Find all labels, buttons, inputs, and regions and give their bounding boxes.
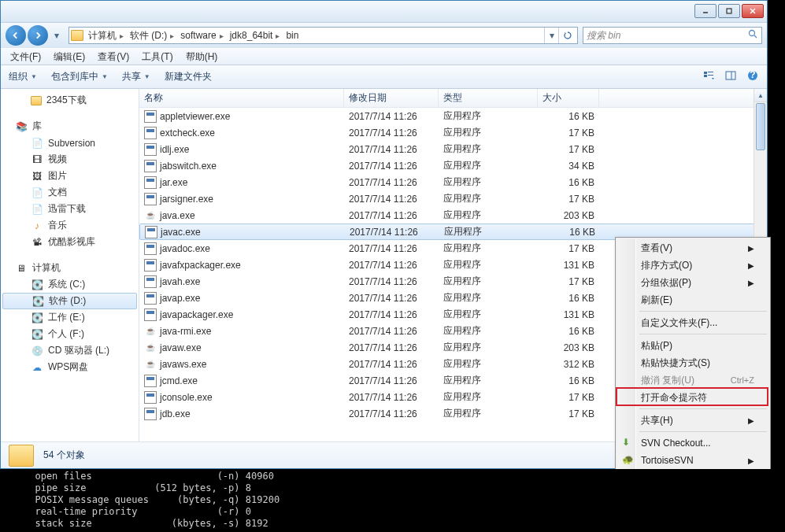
toolbar-organize[interactable]: 组织 ▼ [9,70,37,83]
context-menu-item[interactable]: ⬇SVN Checkout... [617,434,768,452]
exe-icon [144,308,157,321]
sidebar-item-documents[interactable]: 📄文档 [1,184,139,201]
view-options-button[interactable] [702,69,715,84]
java-icon: ☕ [144,325,157,338]
refresh-button[interactable] [558,28,576,43]
sidebar-item-wps[interactable]: ☁WPS网盘 [1,359,139,375]
file-size: 16 KB [538,111,599,122]
help-button[interactable]: ? [746,69,759,84]
breadcrumb[interactable]: bin [284,30,300,41]
sidebar-item-computer[interactable]: 🖥计算机 [1,260,139,276]
file-name: javapackager.exe [139,308,344,321]
address-dropdown[interactable]: ▾ [544,28,558,43]
context-menu-item[interactable]: 共享(H)▶ [617,412,768,429]
file-size: 17 KB [538,144,599,155]
folder-icon [71,30,83,41]
file-name: javadoc.exe [139,242,344,255]
video-icon: 🎞 [31,153,43,166]
scroll-up[interactable]: ▲ [754,89,767,102]
context-menu-item[interactable]: 排序方式(O)▶ [617,257,768,274]
toolbar-share[interactable]: 共享 ▼ [122,70,150,83]
history-dropdown[interactable]: ▾ [50,28,64,42]
sidebar-item-music[interactable]: ♪音乐 [1,217,139,234]
submenu-arrow-icon: ▶ [748,244,754,253]
file-type: 应用程序 [439,357,538,371]
sidebar-item-drive-f[interactable]: 💽个人 (F:) [1,326,139,342]
file-size: 17 KB [538,243,599,254]
submenu-arrow-icon: ▶ [748,261,754,270]
address-bar[interactable]: 计算机▸ 软件 (D:)▸ software▸ jdk8_64bit▸ bin … [69,27,578,44]
breadcrumb[interactable]: 计算机▸ [87,29,128,42]
file-size: 17 KB [538,392,599,403]
menu-file[interactable]: 文件(F) [4,49,47,65]
context-menu-separator [639,311,767,312]
sidebar-item-drive-e[interactable]: 💽工作 (E:) [1,309,139,326]
file-row[interactable]: jabswitch.exe2017/7/14 11:26应用程序34 KB [139,157,767,174]
file-row[interactable]: idlj.exe2017/7/14 11:26应用程序17 KB [139,141,767,157]
context-menu-item[interactable]: 粘贴快捷方式(S) [617,354,768,371]
context-menu-separator [639,431,767,432]
minimize-button[interactable] [694,4,716,18]
maximize-button[interactable] [718,4,740,18]
context-menu-item[interactable]: 粘贴(P) [617,337,768,354]
sidebar-item-drive-c[interactable]: 💽系统 (C:) [1,276,139,293]
sidebar-item-2345[interactable]: 2345下载 [1,92,139,109]
drive-icon: 💽 [31,279,43,291]
file-type: 应用程序 [439,324,538,338]
sidebar-item-pictures[interactable]: 🖼图片 [1,168,139,184]
menu-view[interactable]: 查看(V) [91,49,135,65]
context-menu-item[interactable]: 自定义文件夹(F)... [617,314,768,331]
preview-pane-button[interactable] [724,69,737,84]
search-input[interactable]: 搜索 bin [583,27,762,44]
context-menu-item[interactable]: 分组依据(P)▶ [617,274,768,291]
file-name: javah.exe [139,275,344,288]
breadcrumb[interactable]: software▸ [179,30,228,41]
context-menu-item[interactable]: 🐢TortoiseSVN▶ [617,452,768,469]
breadcrumb[interactable]: 软件 (D:)▸ [128,29,179,42]
toolbar-include[interactable]: 包含到库中 ▼ [51,70,108,83]
col-name[interactable]: 名称 [139,89,344,107]
breadcrumb[interactable]: jdk8_64bit▸ [228,30,285,41]
sidebar-item-drive-cd[interactable]: 💿CD 驱动器 (L:) [1,342,139,359]
file-size: 16 KB [538,326,599,337]
file-name: jar.exe [139,176,344,189]
context-menu-item[interactable]: 刷新(E) [617,291,768,308]
menu-edit[interactable]: 编辑(E) [47,49,91,65]
context-menu-item[interactable]: 查看(V)▶ [617,239,768,257]
toolbar-newfolder[interactable]: 新建文件夹 [165,70,212,83]
sidebar-item-drive-d[interactable]: 💽软件 (D:) [2,293,137,309]
forward-button[interactable] [28,25,48,46]
sidebar-item-videos[interactable]: 🎞视频 [1,151,139,168]
file-name: jabswitch.exe [139,160,344,172]
file-row[interactable]: jarsigner.exe2017/7/14 11:26应用程序17 KB [139,190,767,207]
exe-icon [144,242,157,255]
exe-icon [144,176,157,189]
col-size[interactable]: 大小 [538,89,599,107]
file-name: jconsole.exe [139,391,344,404]
file-row[interactable]: extcheck.exe2017/7/14 11:26应用程序17 KB [139,124,767,141]
exe-icon [144,259,157,272]
file-date: 2017/7/14 11:26 [344,260,439,271]
scroll-thumb[interactable] [756,103,765,150]
svg-rect-7 [704,75,707,77]
col-type[interactable]: 类型 [439,89,538,107]
file-date: 2017/7/14 11:26 [344,210,439,221]
exe-icon [144,292,157,305]
search-icon [748,29,758,42]
sidebar-item-xunlei[interactable]: 📄迅雷下载 [1,201,139,217]
context-menu-item[interactable]: 打开命令提示符 [617,389,768,406]
sidebar-item-youku[interactable]: 📽优酷影视库 [1,234,139,250]
menu-tools[interactable]: 工具(T) [135,49,179,65]
menu-help[interactable]: 帮助(H) [180,49,224,65]
file-row[interactable]: ☕java.exe2017/7/14 11:26应用程序203 KB [139,207,767,224]
back-button[interactable] [6,25,26,46]
file-type: 应用程序 [439,142,538,156]
file-row[interactable]: appletviewer.exe2017/7/14 11:26应用程序16 KB [139,108,767,124]
sidebar-item-subversion[interactable]: 📄Subversion [1,135,139,151]
col-date[interactable]: 修改日期 [344,89,439,107]
close-button[interactable] [742,4,764,18]
library-icon: 📚 [15,120,28,133]
java-icon: ☕ [144,358,157,371]
sidebar-item-libraries[interactable]: 📚库 [1,118,139,135]
file-row[interactable]: jar.exe2017/7/14 11:26应用程序16 KB [139,174,767,190]
